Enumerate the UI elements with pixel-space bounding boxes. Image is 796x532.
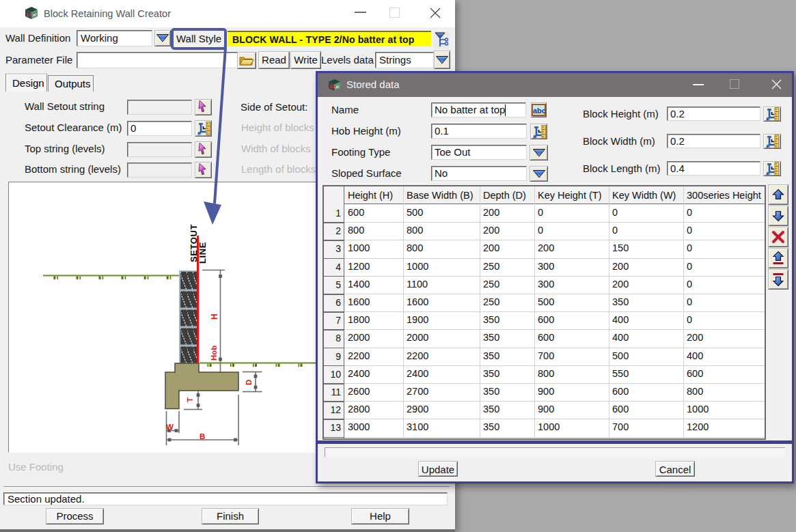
svg-text:abc: abc [533,107,546,115]
svg-text:W: W [166,423,174,431]
svg-text:12: 12 [329,84,335,89]
svg-text:B: B [200,432,205,440]
svg-text:H: H [210,313,219,320]
svg-text:D: D [245,380,253,385]
svg-text:Hob: Hob [210,346,218,361]
svg-text:LINE: LINE [197,242,208,264]
svg-text:12: 12 [26,12,31,18]
svg-text:T: T [186,397,194,402]
